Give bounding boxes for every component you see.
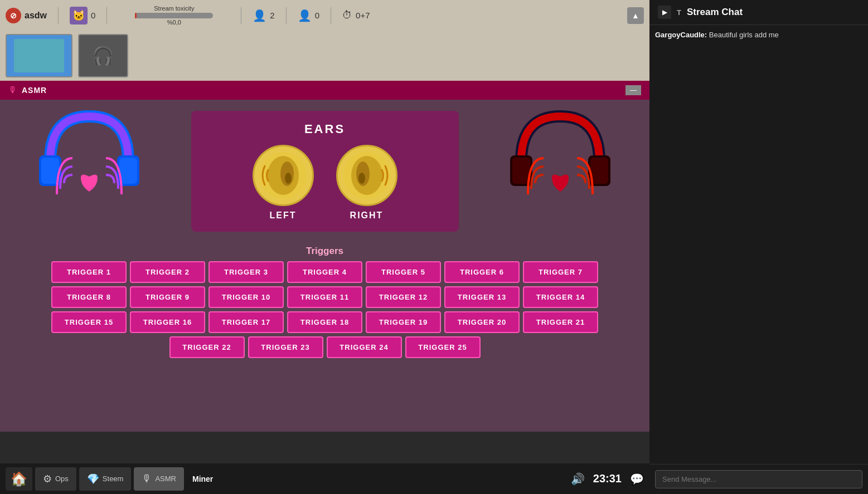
svg-rect-1 bbox=[41, 158, 59, 184]
cat-count-item: 🐱 0 bbox=[70, 7, 95, 25]
trigger-13-button[interactable]: TRIGGER 13 bbox=[444, 286, 520, 308]
trigger-row-4: TRIGGER 22 TRIGGER 23 TRIGGER 24 TRIGGER… bbox=[169, 336, 481, 358]
toxicity-bar bbox=[135, 13, 213, 18]
asmr-panel: 🎙 ASMR — bbox=[0, 81, 649, 432]
trigger-1-button[interactable]: TRIGGER 1 bbox=[51, 261, 127, 283]
trigger-8-button[interactable]: TRIGGER 8 bbox=[51, 286, 127, 308]
toxicity-section: Stream toxicity %0,0 bbox=[118, 5, 230, 26]
chat-play-button[interactable]: ▶ bbox=[658, 6, 671, 19]
trigger-row-1: TRIGGER 1 TRIGGER 2 TRIGGER 3 TRIGGER 4 … bbox=[51, 261, 598, 283]
taskbar-start-icon: 🏠 bbox=[11, 471, 27, 487]
right-ear-svg bbox=[342, 150, 392, 200]
trigger-22-button[interactable]: TRIGGER 22 bbox=[169, 336, 245, 358]
app-logo: ⊘ asdw bbox=[6, 8, 47, 23]
taskbar-time: 23:31 bbox=[593, 472, 622, 485]
app-name: asdw bbox=[25, 11, 47, 21]
right-headphone-svg bbox=[505, 105, 616, 203]
preview-strip: 🎧 bbox=[0, 31, 649, 81]
trigger-row-2: TRIGGER 8 TRIGGER 9 TRIGGER 10 TRIGGER 1… bbox=[51, 286, 598, 308]
trigger-11-button[interactable]: TRIGGER 11 bbox=[287, 286, 362, 308]
anon-item: 👤 0 bbox=[298, 9, 319, 22]
trigger-15-button[interactable]: TRIGGER 15 bbox=[51, 311, 127, 333]
separator-3 bbox=[241, 7, 241, 24]
trigger-9-button[interactable]: TRIGGER 9 bbox=[130, 286, 205, 308]
trigger-16-button[interactable]: TRIGGER 16 bbox=[130, 311, 205, 333]
trigger-2-button[interactable]: TRIGGER 2 bbox=[130, 261, 205, 283]
volume-icon[interactable]: 🔊 bbox=[571, 472, 585, 486]
cat-count: 0 bbox=[91, 11, 95, 20]
trigger-6-button[interactable]: TRIGGER 6 bbox=[444, 261, 520, 283]
trigger-20-button[interactable]: TRIGGER 20 bbox=[444, 311, 520, 333]
trigger-12-button[interactable]: TRIGGER 12 bbox=[366, 286, 441, 308]
viewer-count: 2 bbox=[270, 11, 274, 20]
toxicity-fill bbox=[135, 13, 137, 18]
taskbar-right: 🔊 23:31 💬 bbox=[571, 472, 644, 486]
anon-count: 0 bbox=[315, 11, 319, 20]
steem-icon: 💎 bbox=[87, 473, 99, 485]
timer-icon: ⏱ bbox=[342, 9, 352, 21]
trigger-17-button[interactable]: TRIGGER 17 bbox=[208, 311, 284, 333]
trigger-18-button[interactable]: TRIGGER 18 bbox=[287, 311, 362, 333]
svg-rect-13 bbox=[512, 158, 530, 184]
trigger-24-button[interactable]: TRIGGER 24 bbox=[327, 336, 402, 358]
ears-section: EARS bbox=[191, 111, 459, 232]
chat-t-label: T bbox=[677, 8, 681, 17]
top-bar: ⊘ asdw 🐱 0 Stream toxicity %0,0 👤 2 👤 0 … bbox=[0, 0, 649, 31]
trigger-14-button[interactable]: TRIGGER 14 bbox=[523, 286, 598, 308]
asmr-header: 🎙 ASMR — bbox=[0, 81, 649, 100]
separator-1 bbox=[58, 7, 59, 24]
cat-icon: 🐱 bbox=[70, 7, 88, 25]
viewers-item: 👤 2 bbox=[253, 9, 274, 22]
triggers-label: Triggers bbox=[306, 246, 343, 257]
timer-item: ⏱ 0+7 bbox=[342, 9, 370, 21]
left-ear-circle bbox=[253, 145, 314, 206]
timer-value: 0+7 bbox=[356, 11, 370, 20]
logo-icon: ⊘ bbox=[6, 8, 21, 23]
taskbar-start-button[interactable]: 🏠 bbox=[6, 467, 32, 491]
chat-message: GargoyCaudle: Beautiful girls add me bbox=[655, 31, 862, 39]
svg-point-11 bbox=[358, 173, 365, 184]
chat-input[interactable] bbox=[655, 470, 862, 488]
trigger-21-button[interactable]: TRIGGER 21 bbox=[523, 311, 598, 333]
steem-label: Steem bbox=[103, 475, 124, 483]
chat-input-area bbox=[649, 464, 868, 494]
separator-2 bbox=[106, 7, 107, 24]
chat-title: Stream Chat bbox=[687, 7, 743, 18]
separator-5 bbox=[331, 7, 331, 24]
asmr-icon: 🎙 bbox=[8, 85, 17, 95]
trigger-7-button[interactable]: TRIGGER 7 bbox=[523, 261, 598, 283]
left-headphone-svg bbox=[33, 105, 145, 203]
asmr-content: EARS bbox=[0, 100, 649, 369]
trigger-row-3: TRIGGER 15 TRIGGER 16 TRIGGER 17 TRIGGER… bbox=[51, 311, 598, 333]
trigger-23-button[interactable]: TRIGGER 23 bbox=[248, 336, 323, 358]
trigger-19-button[interactable]: TRIGGER 19 bbox=[366, 311, 441, 333]
trigger-4-button[interactable]: TRIGGER 4 bbox=[287, 261, 362, 283]
taskbar-chat-icon[interactable]: 💬 bbox=[630, 472, 644, 486]
left-ear-item[interactable]: LEFT bbox=[253, 145, 314, 221]
trigger-5-button[interactable]: TRIGGER 5 bbox=[366, 261, 441, 283]
preview-thumb-screen[interactable] bbox=[6, 34, 72, 77]
trigger-3-button[interactable]: TRIGGER 3 bbox=[208, 261, 284, 283]
minimize-button[interactable]: — bbox=[625, 85, 641, 95]
chat-text: Beautiful girls add me bbox=[709, 31, 779, 39]
right-ear-item[interactable]: RIGHT bbox=[336, 145, 397, 221]
preview-avatar[interactable]: 🎧 bbox=[78, 34, 128, 77]
ops-icon: ⚙ bbox=[43, 473, 52, 485]
triggers-grid: TRIGGER 1 TRIGGER 2 TRIGGER 3 TRIGGER 4 … bbox=[17, 261, 633, 358]
ears-title: EARS bbox=[304, 122, 345, 136]
asmr-window-title: ASMR bbox=[22, 86, 47, 95]
scroll-up-button[interactable]: ▲ bbox=[627, 7, 644, 24]
ears-row: LEFT bbox=[253, 145, 397, 221]
trigger-10-button[interactable]: TRIGGER 10 bbox=[208, 286, 284, 308]
ops-label: Ops bbox=[55, 475, 69, 483]
chat-header: ▶ T Stream Chat bbox=[649, 0, 868, 25]
separator-4 bbox=[286, 7, 287, 24]
svg-rect-3 bbox=[119, 158, 137, 184]
anon-icon: 👤 bbox=[298, 9, 312, 22]
left-ear-label: LEFT bbox=[270, 211, 297, 221]
left-headphone bbox=[33, 105, 145, 205]
trigger-25-button[interactable]: TRIGGER 25 bbox=[405, 336, 481, 358]
taskbar-asmr-item[interactable]: 🎙 ASMR bbox=[134, 467, 184, 491]
taskbar-ops-item[interactable]: ⚙ Ops bbox=[35, 467, 76, 491]
taskbar-steem-item[interactable]: 💎 Steem bbox=[79, 467, 132, 491]
